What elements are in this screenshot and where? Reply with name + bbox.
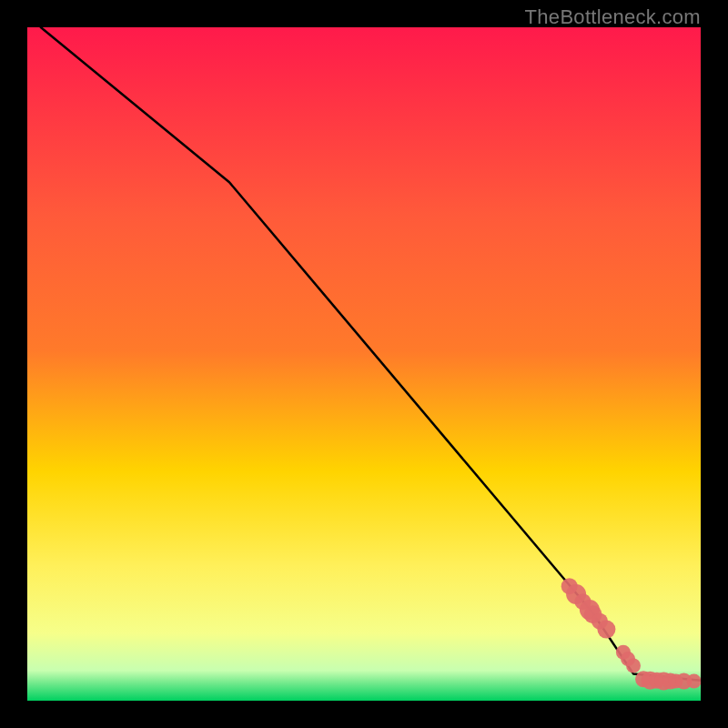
chart-frame: TheBottleneck.com: [0, 0, 728, 728]
gradient-background: [27, 27, 701, 701]
data-point: [687, 674, 701, 689]
data-point: [626, 659, 641, 673]
plot-area: [27, 27, 701, 701]
chart-svg: [27, 27, 701, 701]
attribution-label: TheBottleneck.com: [525, 5, 701, 29]
data-point: [597, 621, 615, 639]
